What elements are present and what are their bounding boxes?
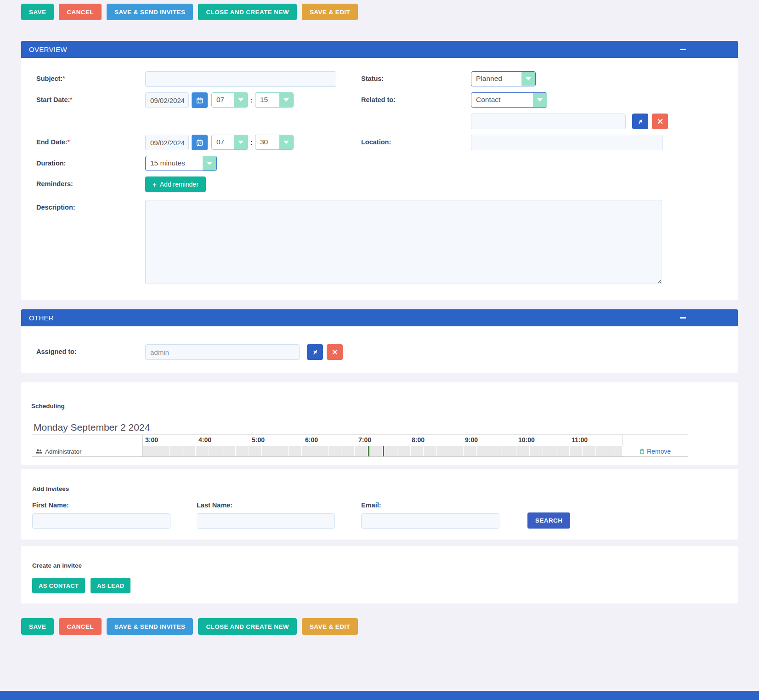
end-hour-select[interactable]: 07 [211,135,248,150]
last-name-input[interactable] [197,513,335,529]
timeline-attendee-row: Administrator Remove [32,446,688,457]
timeline-slot[interactable] [236,446,249,456]
related-record-clear-button[interactable] [652,114,668,129]
timeline-cells [143,446,623,456]
remove-attendee-link[interactable]: Remove [647,448,671,455]
timeline-remove-header-cell [623,435,688,446]
timeline-slot[interactable] [397,446,411,456]
related-record-select-button[interactable] [632,114,648,129]
as-contact-button[interactable]: AS CONTACT [32,578,85,593]
status-select[interactable]: Planned [471,71,536,86]
timeline-slot[interactable] [182,446,196,456]
timeline-slot[interactable] [556,446,570,456]
timeline-slot[interactable] [530,446,543,456]
close-create-new-button[interactable]: CLOSE AND CREATE NEW [198,618,297,635]
start-hour-select[interactable]: 07 [211,92,248,108]
timeline-slot[interactable] [355,446,368,456]
start-date-calendar-button[interactable] [192,92,208,108]
assigned-to-input[interactable] [145,344,300,360]
assigned-to-clear-button[interactable] [327,344,343,360]
end-date-input[interactable] [145,135,189,150]
duration-label: Duration: [36,156,145,167]
scheduling-title: Scheduling [31,403,727,410]
scheduling-panel: Scheduling Monday September 2 2024 3:004… [21,382,738,465]
timeline-slot[interactable] [341,446,355,456]
scheduling-timeline: 3:004:005:006:007:008:009:0010:0011:00 A… [32,434,688,457]
timeline-slot[interactable] [477,446,490,456]
cancel-button[interactable]: CANCEL [59,4,102,20]
timeline-slot[interactable] [196,446,209,456]
timeline-slot[interactable] [609,446,623,456]
cancel-button[interactable]: CANCEL [59,618,102,635]
assigned-to-select-button[interactable] [307,344,323,360]
timeline-hour-label: 7:00 [358,436,371,444]
timeline-slot[interactable] [570,446,583,456]
related-record-input[interactable] [471,114,626,129]
timeline-slot[interactable] [503,446,516,456]
remove-attendee-cell: Remove [623,446,688,456]
timeline-slot[interactable] [222,446,236,456]
save-button[interactable]: SAVE [21,4,54,20]
timeline-slot[interactable] [464,446,477,456]
email-input[interactable] [361,513,499,529]
timeline-slot[interactable] [329,446,342,456]
timeline-slot[interactable] [424,446,437,456]
other-panel-header[interactable]: OTHER [21,309,738,326]
first-name-input[interactable] [32,513,170,529]
overview-panel-body: Subject:* Status: Planned Start Date:* [21,58,738,300]
save-edit-button[interactable]: SAVE & EDIT [302,618,358,635]
start-minute-select[interactable]: 15 [255,92,294,108]
save-send-invites-button[interactable]: SAVE & SEND INVITES [107,618,193,635]
collapse-icon[interactable] [679,46,686,53]
timeline-slot[interactable] [596,446,609,456]
save-button[interactable]: SAVE [21,618,54,635]
timeline-slot[interactable] [315,446,329,456]
timeline-slot[interactable] [368,446,383,456]
required-asterisk: * [68,138,70,145]
search-invitees-button[interactable]: SEARCH [527,512,570,529]
timeline-slot[interactable] [302,446,315,456]
start-date-input[interactable] [145,92,189,108]
other-panel-body: Assigned to: [21,326,738,373]
timeline-hour-label: 8:00 [412,436,425,444]
timeline-slot[interactable] [209,446,222,456]
time-separator: : [248,135,255,146]
subject-input[interactable] [145,71,336,87]
collapse-icon[interactable] [679,314,686,322]
timeline-slot[interactable] [156,446,170,456]
save-send-invites-button[interactable]: SAVE & SEND INVITES [107,4,193,20]
status-select-value: Planned [471,72,521,86]
timeline-slot[interactable] [262,446,275,456]
timeline-slot[interactable] [516,446,530,456]
attendee-name: Administrator [45,448,82,455]
location-input[interactable] [471,135,663,150]
timeline-slot[interactable] [583,446,596,456]
duration-select[interactable]: 15 minutes [145,156,217,171]
add-reminder-label: Add reminder [160,181,198,188]
timeline-slot[interactable] [437,446,450,456]
chevron-down-icon [234,135,248,149]
close-create-new-button[interactable]: CLOSE AND CREATE NEW [198,4,297,20]
save-edit-button[interactable]: SAVE & EDIT [302,4,358,20]
description-textarea[interactable] [145,200,662,284]
end-minute-select[interactable]: 30 [255,135,294,150]
timeline-slot[interactable] [289,446,302,456]
chevron-down-icon [521,72,535,86]
description-label: Description: [36,200,145,211]
timeline-slot[interactable] [490,446,504,456]
timeline-slot[interactable] [543,446,556,456]
timeline-slot[interactable] [275,446,289,456]
timeline-slot[interactable] [383,446,397,456]
overview-panel-title: OVERVIEW [29,46,67,53]
users-icon [35,449,42,454]
overview-panel-header[interactable]: OVERVIEW [21,41,738,58]
add-reminder-button[interactable]: + Add reminder [145,176,206,192]
as-lead-button[interactable]: AS LEAD [91,578,130,593]
timeline-slot[interactable] [450,446,464,456]
timeline-slot[interactable] [143,446,156,456]
timeline-slot[interactable] [170,446,183,456]
related-to-select[interactable]: Contact [471,92,547,108]
timeline-slot[interactable] [249,446,262,456]
end-date-calendar-button[interactable] [192,135,208,150]
timeline-slot[interactable] [411,446,424,456]
